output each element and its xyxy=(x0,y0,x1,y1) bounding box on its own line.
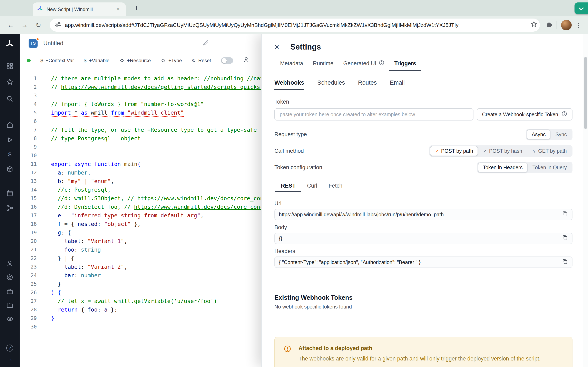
account-icon[interactable] xyxy=(243,57,250,65)
token-label: Token xyxy=(274,99,572,105)
existing-tokens-empty: No webhook specific tokens found xyxy=(274,304,572,310)
line-number: 16 xyxy=(20,203,43,211)
url-text: app.windmill.dev/scripts/add#JTdCJTIyaGF… xyxy=(65,22,527,28)
site-settings-icon[interactable] xyxy=(55,21,61,29)
body-field: {} xyxy=(274,233,572,244)
deployed-path-warning: Attached to a deployed path The webhooks… xyxy=(274,337,572,367)
url-field: https://app.windmill.dev/api/w/windmill-… xyxy=(274,209,572,220)
add-variable-button[interactable]: $+Variable xyxy=(84,58,109,63)
audit-eye-icon[interactable] xyxy=(6,315,13,323)
request-type-toggle: Async Sync xyxy=(526,129,572,140)
variables-icon[interactable]: $ xyxy=(8,151,11,158)
post-by-hash-option[interactable]: ↗POST by hash xyxy=(478,146,527,156)
reset-button[interactable]: ↻Reset xyxy=(192,58,211,63)
line-number: 18 xyxy=(20,220,43,228)
tab-webhooks[interactable]: Webhooks xyxy=(274,79,304,90)
home-icon[interactable] xyxy=(6,121,13,128)
scrollbar-thumb[interactable] xyxy=(584,57,587,129)
add-type-button[interactable]: +Type xyxy=(161,58,182,63)
address-bar[interactable]: app.windmill.dev/scripts/add#JTdCJTIyaGF… xyxy=(50,18,540,32)
token-input[interactable] xyxy=(274,108,474,120)
line-number: 2 xyxy=(20,83,43,91)
headers-field: { "Content-Type": "application/json", "A… xyxy=(274,257,572,268)
back-button[interactable]: ← xyxy=(5,19,16,31)
tab-email[interactable]: Email xyxy=(390,79,405,90)
body-value: {} xyxy=(279,235,559,242)
settings-gear-icon[interactable] xyxy=(6,274,13,281)
line-number: 20 xyxy=(20,237,43,245)
add-context-var-button[interactable]: $+Context Var xyxy=(40,58,74,63)
settings-panel: × Settings Metadata Runtime Generated UI… xyxy=(261,34,583,367)
expand-sidebar-icon[interactable]: → xyxy=(7,356,13,363)
copy-icon[interactable] xyxy=(562,211,568,218)
warning-title: Attached to a deployed path xyxy=(298,345,564,351)
extensions-puzzle-icon[interactable] xyxy=(545,21,553,29)
flows-icon[interactable] xyxy=(6,204,13,212)
bookmark-star-icon[interactable] xyxy=(530,21,537,29)
browser-toolbar: ← → ↻ app.windmill.dev/scripts/add#JTdCJ… xyxy=(0,16,588,34)
warning-icon xyxy=(284,345,298,354)
call-method-row: Call method ↗POST by path ↗POST by hash … xyxy=(274,145,572,157)
headers-label: Headers xyxy=(274,248,572,254)
token-configuration-toggle: Token in Headers Token in Query xyxy=(477,162,572,173)
tab-rest[interactable]: REST xyxy=(275,180,301,192)
scrollbar-track[interactable] xyxy=(583,34,588,367)
tab-close-icon[interactable]: × xyxy=(114,6,122,13)
new-tab-button[interactable]: + xyxy=(131,3,141,13)
copy-icon[interactable] xyxy=(562,234,568,242)
browser-menu-icon[interactable]: ⋮ xyxy=(574,22,583,29)
settings-tabs: Metadata Runtime Generated UI Triggers xyxy=(262,56,583,71)
arrow-up-right-icon: ↗ xyxy=(435,149,439,154)
url-label: Url xyxy=(274,200,572,207)
windmill-logo-icon[interactable] xyxy=(5,40,14,49)
line-number: 21 xyxy=(20,245,43,254)
resources-icon[interactable] xyxy=(6,166,13,173)
tab-fetch[interactable]: Fetch xyxy=(323,180,348,192)
reload-button[interactable]: ↻ xyxy=(33,19,44,31)
create-webhook-token-button[interactable]: Create a Webhook-specific Token xyxy=(477,108,572,120)
help-icon[interactable]: ? xyxy=(6,345,13,351)
line-number: 3 xyxy=(20,91,43,100)
schedules-icon[interactable] xyxy=(6,190,13,197)
diamond-icon xyxy=(161,58,166,63)
workers-icon[interactable] xyxy=(6,288,13,295)
token-in-query-option[interactable]: Token in Query xyxy=(527,162,572,173)
sync-option[interactable]: Sync xyxy=(550,129,572,140)
folders-icon[interactable] xyxy=(6,301,13,309)
typescript-badge: TS xyxy=(29,39,38,48)
tab-routes[interactable]: Routes xyxy=(358,79,377,90)
apps-icon[interactable] xyxy=(6,62,13,70)
collapse-chevron-button[interactable] xyxy=(575,2,588,14)
favorites-star-icon[interactable] xyxy=(6,78,13,86)
existing-tokens-title: Existing Webhook Tokens xyxy=(274,294,572,301)
tab-generated-ui[interactable]: Generated UI xyxy=(338,56,389,71)
profile-avatar[interactable] xyxy=(561,20,572,30)
token-configuration-row: Token configuration Token in Headers Tok… xyxy=(274,162,572,173)
app-sidebar: $ ? → xyxy=(0,34,20,367)
post-by-path-option[interactable]: ↗POST by path xyxy=(430,146,478,156)
edit-pencil-icon[interactable] xyxy=(203,40,209,48)
settings-title: Settings xyxy=(290,43,321,51)
tab-triggers[interactable]: Triggers xyxy=(389,56,421,71)
tab-curl[interactable]: Curl xyxy=(301,180,323,192)
add-resource-button[interactable]: +Resource xyxy=(119,58,151,63)
search-icon[interactable] xyxy=(6,95,13,102)
tab-schedules[interactable]: Schedules xyxy=(317,79,345,90)
warning-content: Attached to a deployed path The webhooks… xyxy=(298,345,564,362)
runs-icon[interactable] xyxy=(6,136,13,143)
close-icon[interactable]: × xyxy=(272,42,282,52)
copy-icon[interactable] xyxy=(562,258,568,266)
tab-runtime[interactable]: Runtime xyxy=(308,56,338,71)
line-number: 7 xyxy=(20,125,43,134)
token-in-headers-option[interactable]: Token in Headers xyxy=(478,162,527,173)
script-title[interactable]: Untitled xyxy=(43,40,63,47)
tab-metadata[interactable]: Metadata xyxy=(275,56,308,71)
user-icon[interactable] xyxy=(6,260,13,267)
line-number: 23 xyxy=(20,263,43,271)
arrow-up-right-icon: ↗ xyxy=(483,149,486,154)
async-option[interactable]: Async xyxy=(527,129,550,140)
assistant-toggle[interactable] xyxy=(221,57,233,64)
get-by-path-option[interactable]: ↘GET by path xyxy=(527,146,572,156)
browser-tab[interactable]: New Script | Windmill × xyxy=(33,2,126,16)
forward-button[interactable]: → xyxy=(19,19,30,31)
